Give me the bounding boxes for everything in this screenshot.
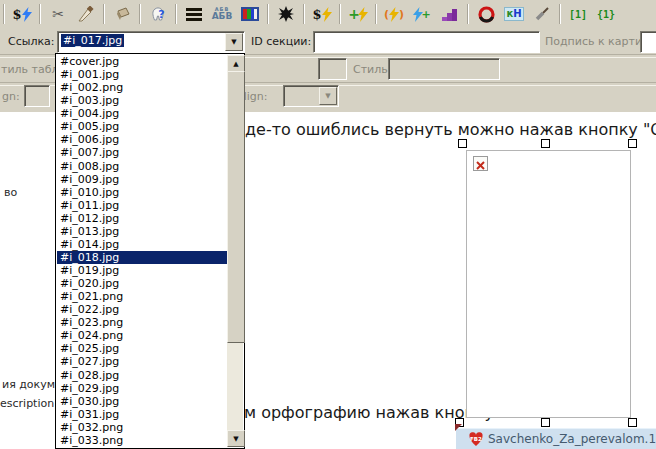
dropdown-item[interactable]: #i_008.jpg [57,160,227,173]
section-id-label: ID секции: [251,35,311,48]
tooltip-corner [455,424,462,431]
dropdown-item[interactable]: #i_031.jpg [57,408,227,421]
style-label: Стиль: [353,63,391,76]
align-label-fragment: gn: [2,90,20,103]
dropdown-item[interactable]: #i_033.png [57,434,227,447]
spellcheck-abv-icon[interactable]: АБВАБВ [208,2,236,26]
plus-gold-bolt-icon[interactable]: + [344,2,372,26]
editor-window: $✂?АБВАБВ$+()+кН[1]{1} Ссылка: #i_017.jp… [0,0,656,449]
left-panel-text-fragment: escription) [0,397,58,410]
colors-tv-icon[interactable] [236,2,264,26]
dollar-gold-bolt-icon[interactable]: $ [308,2,336,26]
toolbar-separator [300,3,308,25]
toolbar-separator [336,3,344,25]
dropdown-item[interactable]: #i_028.jpg [57,369,227,382]
dropdown-item[interactable]: #i_020.jpg [57,277,227,290]
svg-text:FB2: FB2 [470,435,482,441]
dropdown-item[interactable]: #i_018.jpg [57,251,227,264]
link-combobox-value: #i_017.jpg [61,34,124,47]
selection-handle-bottom-center[interactable] [541,418,550,427]
section-id-input[interactable] [313,31,540,53]
braces-bolt-icon[interactable]: () [380,2,408,26]
dropdown-item[interactable]: #i_006.jpg [57,133,227,146]
dropdown-item[interactable]: #i_002.png [57,81,227,94]
dropdown-item[interactable]: #i_024.png [57,329,227,342]
dropdown-item[interactable]: #i_003.jpg [57,94,227,107]
dropdown-item[interactable]: #i_011.jpg [57,199,227,212]
dropdown-item[interactable]: #i_023.png [57,316,227,329]
blue-bolt-plus-icon[interactable]: + [408,2,436,26]
link-dropdown-list: #cover.jpg#i_001.jpg#i_002.png#i_003.jpg… [55,53,245,449]
toolbar-separator [100,3,108,25]
dropdown-item[interactable]: #i_032.png [57,421,227,434]
link-combobox[interactable]: #i_017.jpg ▼ [57,31,245,53]
link-label: Ссылка: [8,35,55,48]
kh-icon[interactable]: кН [500,2,528,26]
knife-icon[interactable] [72,2,100,26]
dropdown-item[interactable]: #i_029.jpg [57,382,227,395]
dropdown-item[interactable]: #i_004.jpg [57,107,227,120]
selection-handle-top-center[interactable] [541,139,550,148]
toolbar: $✂?АБВАБВ$+()+кН[1]{1} [0,0,656,29]
bomb-icon[interactable] [272,2,300,26]
tooth-question-icon[interactable]: ? [144,2,172,26]
caption-input[interactable] [640,31,656,53]
toolbar-separator [136,3,144,25]
dropdown-item[interactable]: #i_012.jpg [57,212,227,225]
taskbar-file-label: Savchenko_Za_perevalom.16167 [488,432,656,446]
toolbar-separator [0,3,8,25]
toolbar-separator [172,3,180,25]
link-combobox-dropdown-button[interactable]: ▼ [225,33,243,51]
style-input [388,58,500,80]
dropdown-item[interactable]: #i_030.jpg [57,395,227,408]
left-panel-text-fragment: во [4,186,17,199]
dropdown-item[interactable]: #i_019.jpg [57,264,227,277]
dropdown-item[interactable]: #i_001.jpg [57,68,227,81]
valign-combobox: ▼ [283,85,339,107]
table-style-combobox-fragment [318,58,347,80]
toolbar-separator [264,3,272,25]
brush-icon[interactable] [528,2,556,26]
scrollbar-thumb[interactable] [227,71,245,343]
red-ring-icon[interactable] [472,2,500,26]
dropdown-scrollbar[interactable]: ▲ ▼ [227,55,243,447]
bracket-one-icon[interactable]: [1] [564,2,592,26]
dropdown-item[interactable]: #i_013.jpg [57,225,227,238]
toolbar-separator [372,3,380,25]
dropdown-item[interactable]: #i_027.jpg [57,355,227,368]
toolbar-separator [36,3,44,25]
valign-combobox-dropdown-button: ▼ [319,87,337,105]
dropdown-item[interactable]: #i_022.jpg [57,303,227,316]
scissors-icon[interactable]: ✂ [44,2,72,26]
dropdown-items: #cover.jpg#i_001.jpg#i_002.png#i_003.jpg… [57,55,227,447]
scroll-up-button[interactable]: ▲ [227,55,245,72]
align-combobox-fragment [24,85,50,107]
dropdown-item[interactable]: #cover.jpg [57,55,227,68]
toolbar-separator [464,3,472,25]
dropdown-item[interactable]: #i_014.jpg [57,238,227,251]
menu-lines-icon[interactable] [180,2,208,26]
document-text-line: де-то ошиблись вернуть можно нажав кнопк… [245,120,656,139]
dropdown-item[interactable]: #i_010.jpg [57,186,227,199]
dropdown-item[interactable]: #i_009.jpg [57,173,227,186]
dollar-blue-bolt-icon[interactable]: $ [8,2,36,26]
dropdown-item[interactable]: #i_005.jpg [57,120,227,133]
selection-handle-bottom-right[interactable] [628,418,637,427]
brace-one-icon[interactable]: {1} [592,2,620,26]
selection-handle-top-left[interactable] [458,139,467,148]
scroll-down-button[interactable]: ▼ [227,430,245,447]
dropdown-item[interactable]: #i_021.png [57,290,227,303]
fb2-file-icon: FB2 [469,432,483,447]
selection-handle-top-right[interactable] [628,139,637,148]
stairs-icon[interactable] [436,2,464,26]
toolbar-separator [556,3,564,25]
dropdown-item[interactable]: #i_007.jpg [57,146,227,159]
eraser-icon[interactable] [108,2,136,26]
image-placeholder[interactable] [466,150,631,418]
taskbar-button[interactable]: FB2 Savchenko_Za_perevalom.16167 [456,428,656,449]
dropdown-item[interactable]: #i_025.jpg [57,342,227,355]
broken-image-icon [473,156,488,171]
